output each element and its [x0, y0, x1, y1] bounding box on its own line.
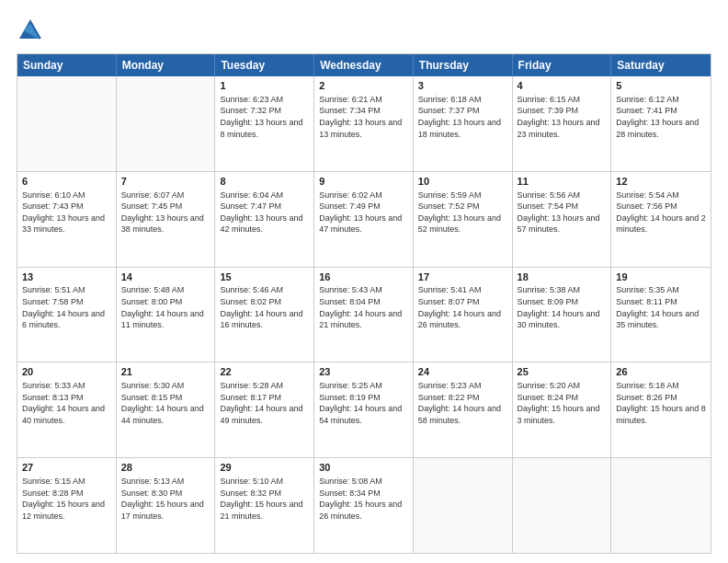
cell-info: Sunrise: 5:30 AMSunset: 8:15 PMDaylight:…	[121, 380, 210, 426]
cell-info: Sunrise: 6:12 AMSunset: 7:41 PMDaylight:…	[616, 94, 706, 140]
cal-cell: 20Sunrise: 5:33 AMSunset: 8:13 PMDayligh…	[17, 362, 117, 457]
cal-cell: 25Sunrise: 5:20 AMSunset: 8:24 PMDayligh…	[513, 362, 612, 457]
day-number: 20	[22, 365, 111, 379]
cal-cell: 28Sunrise: 5:13 AMSunset: 8:30 PMDayligh…	[117, 458, 216, 553]
cell-info: Sunrise: 6:23 AMSunset: 7:32 PMDaylight:…	[220, 94, 309, 140]
cal-header-friday: Friday	[513, 54, 612, 76]
cal-cell	[611, 458, 711, 553]
cell-info: Sunrise: 6:02 AMSunset: 7:49 PMDaylight:…	[319, 190, 408, 236]
cal-cell: 30Sunrise: 5:08 AMSunset: 8:34 PMDayligh…	[314, 458, 414, 553]
cell-info: Sunrise: 6:15 AMSunset: 7:39 PMDaylight:…	[518, 94, 607, 140]
day-number: 19	[616, 270, 706, 284]
day-number: 5	[616, 79, 706, 93]
cal-header-wednesday: Wednesday	[314, 54, 414, 76]
cal-week-1: 1Sunrise: 6:23 AMSunset: 7:32 PMDaylight…	[17, 76, 711, 172]
day-number: 27	[22, 461, 111, 475]
cell-info: Sunrise: 5:10 AMSunset: 8:32 PMDaylight:…	[220, 476, 309, 522]
cal-cell: 7Sunrise: 6:07 AMSunset: 7:45 PMDaylight…	[117, 172, 216, 267]
cal-header-tuesday: Tuesday	[215, 54, 314, 76]
day-number: 12	[616, 175, 706, 189]
day-number: 23	[319, 365, 408, 379]
cal-header-monday: Monday	[117, 54, 216, 76]
cell-info: Sunrise: 6:21 AMSunset: 7:34 PMDaylight:…	[319, 94, 408, 140]
cell-info: Sunrise: 5:59 AMSunset: 7:52 PMDaylight:…	[418, 190, 507, 236]
logo-icon	[17, 17, 44, 44]
day-number: 3	[418, 79, 507, 93]
day-number: 18	[518, 270, 607, 284]
logo	[17, 17, 46, 44]
cell-info: Sunrise: 5:23 AMSunset: 8:22 PMDaylight:…	[418, 380, 507, 426]
cal-cell: 18Sunrise: 5:38 AMSunset: 8:09 PMDayligh…	[513, 268, 612, 362]
cell-info: Sunrise: 5:20 AMSunset: 8:24 PMDaylight:…	[518, 380, 607, 426]
cell-info: Sunrise: 5:41 AMSunset: 8:07 PMDaylight:…	[418, 284, 507, 330]
cell-info: Sunrise: 5:56 AMSunset: 7:54 PMDaylight:…	[518, 190, 607, 236]
cell-info: Sunrise: 5:54 AMSunset: 7:56 PMDaylight:…	[616, 190, 706, 236]
cell-info: Sunrise: 5:15 AMSunset: 8:28 PMDaylight:…	[22, 476, 111, 522]
cal-cell: 10Sunrise: 5:59 AMSunset: 7:52 PMDayligh…	[414, 172, 513, 267]
cal-cell: 8Sunrise: 6:04 AMSunset: 7:47 PMDaylight…	[215, 172, 314, 267]
day-number: 17	[418, 270, 507, 284]
cal-cell	[117, 76, 216, 171]
cal-cell: 19Sunrise: 5:35 AMSunset: 8:11 PMDayligh…	[611, 268, 711, 362]
day-number: 13	[22, 270, 111, 284]
day-number: 11	[518, 175, 607, 189]
cell-info: Sunrise: 5:25 AMSunset: 8:19 PMDaylight:…	[319, 380, 408, 426]
cell-info: Sunrise: 6:07 AMSunset: 7:45 PMDaylight:…	[121, 190, 210, 236]
calendar-body: 1Sunrise: 6:23 AMSunset: 7:32 PMDaylight…	[17, 76, 711, 553]
day-number: 21	[121, 365, 210, 379]
cal-week-3: 13Sunrise: 5:51 AMSunset: 7:58 PMDayligh…	[17, 268, 711, 363]
cal-cell: 11Sunrise: 5:56 AMSunset: 7:54 PMDayligh…	[513, 172, 612, 267]
cal-cell: 17Sunrise: 5:41 AMSunset: 8:07 PMDayligh…	[414, 268, 513, 362]
cell-info: Sunrise: 5:18 AMSunset: 8:26 PMDaylight:…	[616, 380, 706, 426]
day-number: 22	[220, 365, 309, 379]
day-number: 1	[220, 79, 309, 93]
cal-week-2: 6Sunrise: 6:10 AMSunset: 7:43 PMDaylight…	[17, 172, 711, 268]
cal-week-5: 27Sunrise: 5:15 AMSunset: 8:28 PMDayligh…	[17, 458, 711, 553]
cell-info: Sunrise: 5:48 AMSunset: 8:00 PMDaylight:…	[121, 284, 210, 330]
day-number: 26	[616, 365, 706, 379]
cell-info: Sunrise: 5:38 AMSunset: 8:09 PMDaylight:…	[518, 284, 607, 330]
cell-info: Sunrise: 5:46 AMSunset: 8:02 PMDaylight:…	[220, 284, 309, 330]
calendar-header-row: SundayMondayTuesdayWednesdayThursdayFrid…	[17, 54, 711, 76]
cell-info: Sunrise: 6:18 AMSunset: 7:37 PMDaylight:…	[418, 94, 507, 140]
day-number: 4	[518, 79, 607, 93]
cal-cell: 3Sunrise: 6:18 AMSunset: 7:37 PMDaylight…	[414, 76, 513, 171]
day-number: 30	[319, 461, 408, 475]
day-number: 29	[220, 461, 309, 475]
cell-info: Sunrise: 6:10 AMSunset: 7:43 PMDaylight:…	[22, 190, 111, 236]
cal-cell	[513, 458, 612, 553]
cal-cell: 22Sunrise: 5:28 AMSunset: 8:17 PMDayligh…	[215, 362, 314, 457]
day-number: 7	[121, 175, 210, 189]
cal-cell: 14Sunrise: 5:48 AMSunset: 8:00 PMDayligh…	[117, 268, 216, 362]
cal-cell: 27Sunrise: 5:15 AMSunset: 8:28 PMDayligh…	[17, 458, 117, 553]
cal-header-sunday: Sunday	[17, 54, 117, 76]
day-number: 28	[121, 461, 210, 475]
day-number: 8	[220, 175, 309, 189]
page: SundayMondayTuesdayWednesdayThursdayFrid…	[0, 0, 728, 563]
day-number: 10	[418, 175, 507, 189]
cal-header-thursday: Thursday	[414, 54, 513, 76]
day-number: 6	[22, 175, 111, 189]
cal-cell: 5Sunrise: 6:12 AMSunset: 7:41 PMDaylight…	[611, 76, 711, 171]
cal-cell: 12Sunrise: 5:54 AMSunset: 7:56 PMDayligh…	[611, 172, 711, 267]
cell-info: Sunrise: 5:43 AMSunset: 8:04 PMDaylight:…	[319, 284, 408, 330]
cal-cell	[414, 458, 513, 553]
cal-cell: 21Sunrise: 5:30 AMSunset: 8:15 PMDayligh…	[117, 362, 216, 457]
cal-cell: 2Sunrise: 6:21 AMSunset: 7:34 PMDaylight…	[314, 76, 414, 171]
cell-info: Sunrise: 6:04 AMSunset: 7:47 PMDaylight:…	[220, 190, 309, 236]
cal-cell: 26Sunrise: 5:18 AMSunset: 8:26 PMDayligh…	[611, 362, 711, 457]
cal-cell: 16Sunrise: 5:43 AMSunset: 8:04 PMDayligh…	[314, 268, 414, 362]
cell-info: Sunrise: 5:33 AMSunset: 8:13 PMDaylight:…	[22, 380, 111, 426]
cell-info: Sunrise: 5:35 AMSunset: 8:11 PMDaylight:…	[616, 284, 706, 330]
cell-info: Sunrise: 5:13 AMSunset: 8:30 PMDaylight:…	[121, 476, 210, 522]
cal-cell	[17, 76, 117, 171]
cal-cell: 1Sunrise: 6:23 AMSunset: 7:32 PMDaylight…	[215, 76, 314, 171]
day-number: 25	[518, 365, 607, 379]
cal-cell: 13Sunrise: 5:51 AMSunset: 7:58 PMDayligh…	[17, 268, 117, 362]
day-number: 16	[319, 270, 408, 284]
cal-header-saturday: Saturday	[611, 54, 711, 76]
cell-info: Sunrise: 5:28 AMSunset: 8:17 PMDaylight:…	[220, 380, 309, 426]
calendar: SundayMondayTuesdayWednesdayThursdayFrid…	[17, 53, 711, 554]
cal-cell: 6Sunrise: 6:10 AMSunset: 7:43 PMDaylight…	[17, 172, 117, 267]
day-number: 24	[418, 365, 507, 379]
